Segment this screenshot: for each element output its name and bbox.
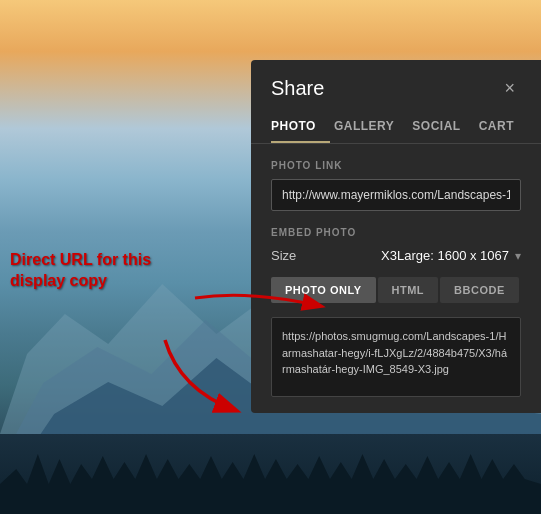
format-tab-photo-only[interactable]: PHOTO ONLY (271, 277, 376, 303)
modal-body: PHOTO LINK EMBED PHOTO Size X3Large: 160… (251, 144, 541, 413)
chevron-down-icon: ▾ (515, 249, 521, 263)
share-modal: Share × PHOTO GALLERY SOCIAL CART PHOTO … (251, 60, 541, 413)
modal-title: Share (271, 77, 324, 100)
format-tabs: PHOTO ONLY HTML BBCODE (271, 277, 521, 303)
format-tab-html[interactable]: HTML (378, 277, 439, 303)
size-label: Size (271, 248, 296, 263)
annotation-line2: display copy (10, 271, 151, 292)
annotation: Direct URL for this display copy (10, 250, 151, 292)
tab-photo[interactable]: PHOTO (271, 111, 330, 143)
modal-header: Share × (251, 60, 541, 111)
close-button[interactable]: × (498, 76, 521, 101)
embed-label: EMBED PHOTO (271, 227, 521, 238)
size-value: X3Large: 1600 x 1067 (381, 248, 509, 263)
tab-cart[interactable]: CART (479, 111, 528, 143)
size-row: Size X3Large: 1600 x 1067 ▾ (271, 248, 521, 263)
photo-link-label: PHOTO LINK (271, 160, 521, 171)
modal-tabs: PHOTO GALLERY SOCIAL CART (251, 111, 541, 144)
annotation-line1: Direct URL for this (10, 250, 151, 271)
embed-url-box[interactable]: https://photos.smugmug.com/Landscapes-1/… (271, 317, 521, 397)
format-tab-bbcode[interactable]: BBCODE (440, 277, 519, 303)
tab-social[interactable]: SOCIAL (412, 111, 474, 143)
tab-gallery[interactable]: GALLERY (334, 111, 408, 143)
size-select[interactable]: X3Large: 1600 x 1067 ▾ (381, 248, 521, 263)
photo-url-input[interactable] (271, 179, 521, 211)
